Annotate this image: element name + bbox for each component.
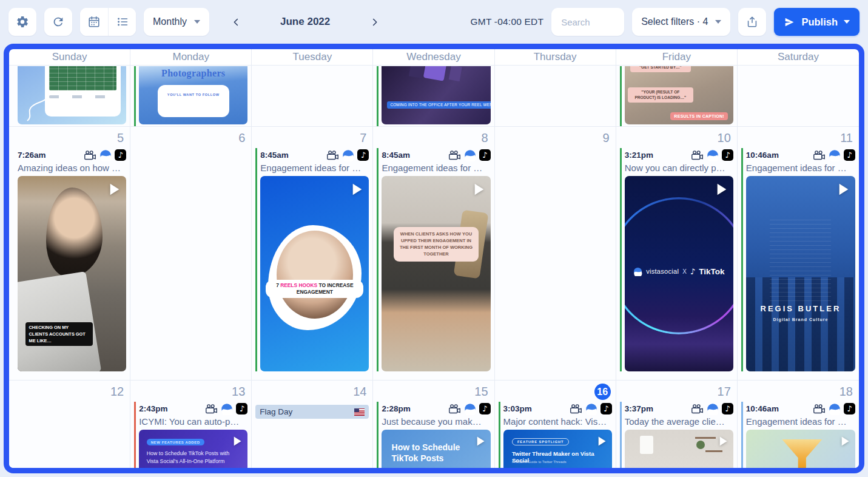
share-button[interactable]	[738, 8, 766, 36]
video-camera-icon	[813, 150, 826, 161]
day-cell[interactable]: Photographers YOU'LL WANT TO FOLLOW	[130, 66, 252, 126]
post-time: 10:46am	[746, 404, 779, 413]
post-thumbnail[interactable]	[18, 66, 126, 124]
squiggle-decoration	[21, 95, 55, 122]
day-cell[interactable]	[9, 66, 130, 126]
post-time: 7:26am	[18, 151, 46, 160]
day-cell-15[interactable]: 15 2:28pm Just because you mak… How to S…	[373, 381, 494, 468]
date-number: 15	[474, 385, 488, 399]
vistasocial-avatar-icon	[707, 403, 719, 415]
thumbnail-caption: "YOUR (RESULT OF PRODUCT) IS LOADING…"	[628, 87, 693, 103]
search-input[interactable]	[551, 8, 624, 36]
video-camera-icon	[448, 150, 461, 161]
post-card[interactable]: Photographers YOU'LL WANT TO FOLLOW	[134, 66, 247, 126]
prev-month-button[interactable]	[226, 12, 246, 32]
post-card[interactable]: 8:45am Engagement ideas for … WHEN CLIEN…	[377, 148, 490, 371]
calendar-week-3: 12 13 2:43pm ICYMI: You can auto-p… NEW …	[9, 381, 859, 468]
tiktok-icon	[722, 403, 733, 414]
play-icon	[104, 180, 123, 199]
video-camera-icon	[570, 404, 582, 414]
post-thumbnail[interactable]: WHEN CLIENTS ASKS HOW YOU UPPED THEIR EN…	[382, 176, 490, 371]
spreadsheet-image	[49, 66, 116, 90]
post-card[interactable]: 10:46am Engagement ideas for … REGIS BUT…	[741, 148, 855, 371]
refresh-icon	[52, 15, 65, 29]
filters-dropdown[interactable]: Select filters · 4	[632, 8, 730, 36]
day-cell-16[interactable]: 16 3:03pm Major content hack: Vis… FEATU…	[495, 381, 616, 468]
post-card[interactable]: 2:43pm ICYMI: You can auto-p… NEW FEATUR…	[134, 402, 247, 468]
vistasocial-avatar-icon	[464, 403, 476, 415]
view-mode-label: Monthly	[153, 16, 187, 27]
publish-button[interactable]: Publish	[774, 8, 860, 36]
post-title: Engagement ideas for …	[260, 163, 369, 173]
post-thumbnail[interactable]: NEW FEATURES ADDED How to Schedule TikTo…	[139, 430, 247, 468]
calendar-week-1: Photographers YOU'LL WANT TO FOLLOW COMI…	[9, 66, 859, 127]
chevron-down-icon	[715, 20, 721, 24]
post-card[interactable]: COMING INTO THE OFFICE AFTER YOUR REEL W…	[377, 66, 490, 126]
post-thumbnail[interactable]: REGIS BUTLER Digital Brand Culture	[746, 176, 855, 371]
post-card[interactable]: "GET STARTED BY…" "YOUR (RESULT OF PRODU…	[620, 66, 733, 126]
refresh-button[interactable]	[44, 8, 72, 36]
post-thumbnail[interactable]: "GET STARTED BY…" "YOUR (RESULT OF PRODU…	[625, 66, 733, 124]
calendar: Sunday Monday Tuesday Wednesday Thursday…	[4, 44, 864, 473]
day-cell-7[interactable]: 7 8:45am Engagement ideas for … 7 REELS …	[252, 127, 373, 380]
day-cell-18[interactable]: 18 10:46am Engagement ideas for …	[738, 381, 859, 468]
day-cell-17[interactable]: 17 3:37pm Today the average clie…	[616, 381, 738, 468]
play-icon	[346, 180, 366, 199]
list-view-button[interactable]	[108, 8, 136, 36]
post-thumbnail[interactable]: How to Schedule TikTok Posts	[382, 430, 490, 468]
thumbnail-caption: YOU'LL WANT TO FOLLOW	[158, 85, 229, 118]
view-mode-dropdown[interactable]: Monthly	[144, 8, 209, 36]
next-month-button[interactable]	[364, 12, 385, 32]
day-cell-5[interactable]: 5 7:26am Amazing ideas on how … CHECKING…	[9, 127, 130, 380]
month-label: June 2022	[280, 16, 330, 28]
calendar-view-button[interactable]	[80, 8, 108, 36]
vistasocial-avatar-icon	[829, 149, 841, 161]
thumbnail-subtitle: A Modern Guide to Twitter Threads	[512, 460, 604, 464]
date-number: 5	[117, 131, 124, 145]
post-thumbnail[interactable]	[625, 430, 733, 468]
day-cell-11[interactable]: 11 10:46am Engagement ideas for … REGIS …	[738, 127, 859, 380]
day-cell-6[interactable]: 6	[130, 127, 252, 380]
post-thumbnail[interactable]: Photographers YOU'LL WANT TO FOLLOW	[139, 66, 247, 124]
vistasocial-logo-icon	[633, 267, 642, 276]
day-cell-8[interactable]: 8 8:45am Engagement ideas for … WHEN CLI…	[373, 127, 494, 380]
day-cell[interactable]: COMING INTO THE OFFICE AFTER YOUR REEL W…	[373, 66, 494, 126]
thumbnail-caption: How to Schedule TikTok Posts	[392, 442, 466, 464]
post-card[interactable]: 2:28pm Just because you mak… How to Sche…	[377, 402, 490, 468]
post-thumbnail[interactable]: vistasocial X ♪ TikTok	[625, 176, 733, 371]
day-cell-9[interactable]: 9	[495, 127, 616, 380]
post-card[interactable]: 8:45am Engagement ideas for … 7 REELS HO…	[255, 148, 369, 371]
thumbnail-badge: NEW FEATURES ADDED	[147, 439, 204, 445]
post-card[interactable]: 7:26am Amazing ideas on how … CHECKING O…	[13, 148, 126, 371]
day-header-row: Sunday Monday Tuesday Wednesday Thursday…	[9, 49, 859, 66]
vistasocial-avatar-icon	[829, 403, 841, 415]
post-card[interactable]: 3:03pm Major content hack: Vis… FEATURE …	[499, 402, 612, 468]
date-number: 9	[603, 131, 610, 145]
post-card[interactable]: 3:37pm Today the average clie…	[620, 402, 733, 468]
post-time: 8:45am	[260, 151, 289, 160]
day-cell-10[interactable]: 10 3:21pm Now you can directly p…	[616, 127, 738, 380]
post-thumbnail[interactable]	[746, 430, 855, 468]
post-thumbnail[interactable]: CHECKING ON MY CLIENTS ACCOUNTS GOT ME L…	[18, 176, 126, 371]
day-cell[interactable]: "GET STARTED BY…" "YOUR (RESULT OF PRODU…	[616, 66, 738, 126]
post-thumbnail[interactable]: FEATURE SPOTLIGHT Twitter Thread Maker o…	[503, 430, 612, 468]
thumbnail-caption: COMING INTO THE OFFICE AFTER YOUR REEL W…	[387, 101, 490, 109]
day-cell-14[interactable]: 14 Flag Day	[252, 381, 373, 468]
day-cell-12[interactable]: 12	[9, 381, 130, 468]
post-thumbnail[interactable]: 7 REELS HOOKS TO INCREASE ENGAGEMENT	[260, 176, 369, 371]
vistasocial-avatar-icon	[707, 149, 719, 161]
post-title: Amazing ideas on how …	[18, 163, 126, 173]
day-cell[interactable]	[738, 66, 859, 126]
vistasocial-avatar-icon	[464, 149, 476, 161]
thumbnail-caption: 7 REELS HOOKS TO INCREASE ENGAGEMENT	[266, 280, 363, 299]
settings-button[interactable]	[8, 8, 36, 36]
post-card[interactable]: 3:21pm Now you can directly p… vistasoci…	[620, 148, 733, 371]
day-cell-13[interactable]: 13 2:43pm ICYMI: You can auto-p… NEW FEA…	[130, 381, 252, 468]
post-card[interactable]: 10:46am Engagement ideas for …	[741, 402, 855, 468]
day-header-monday: Monday	[130, 49, 252, 65]
day-cell[interactable]	[495, 66, 616, 126]
day-cell[interactable]	[252, 66, 373, 126]
post-thumbnail[interactable]: COMING INTO THE OFFICE AFTER YOUR REEL W…	[382, 66, 490, 124]
toolbar: Monthly June 2022 GMT -04:00 EDT Select …	[0, 0, 868, 44]
post-card[interactable]	[13, 66, 126, 126]
